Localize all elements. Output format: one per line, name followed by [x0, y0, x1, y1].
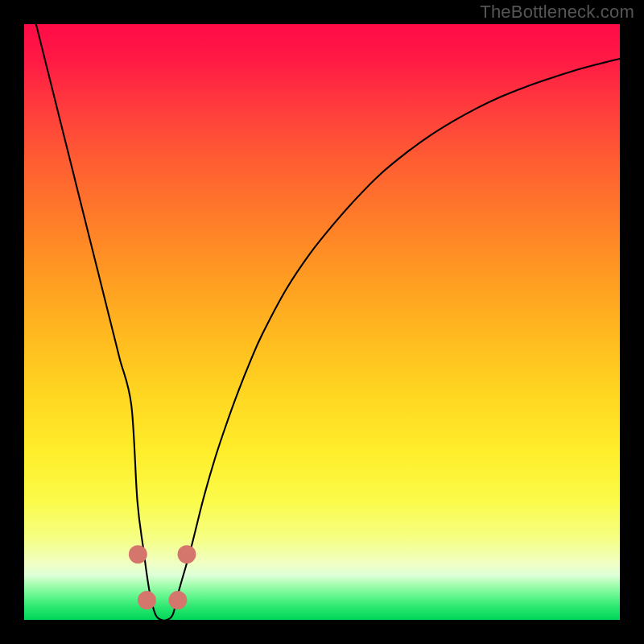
curve-layer: [24, 24, 620, 620]
curve-marker: [168, 591, 187, 609]
plot-area: [24, 24, 620, 620]
curve-markers: [129, 545, 196, 609]
chart-frame: TheBottleneck.com: [0, 0, 644, 644]
curve-marker: [178, 545, 196, 564]
watermark-text: TheBottleneck.com: [480, 2, 634, 23]
curve-marker: [138, 591, 156, 609]
curve-marker: [129, 545, 147, 564]
bottleneck-curve: [24, 24, 620, 620]
